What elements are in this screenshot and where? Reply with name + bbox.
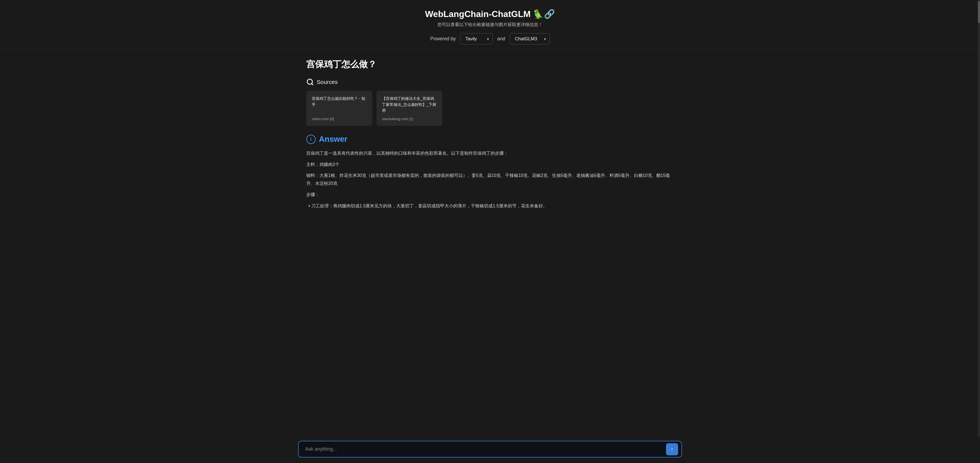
source-card-title-0: 宫保鸡丁怎么做比较好吃？ - 知乎 <box>312 96 367 108</box>
sources-header: Sources <box>306 78 674 86</box>
source-card-1[interactable]: 【宫保鸡丁的做法大全_宫保鸡丁家常做法_怎么做好吃】_下厨房 xiachufan… <box>377 91 442 126</box>
sources-cards: 宫保鸡丁怎么做比较好吃？ - 知乎 zhihu.com [0] 【宫保鸡丁的做法… <box>306 91 674 126</box>
main-content: 宫保鸡丁怎么做？ Sources 宫保鸡丁怎么做比较好吃？ - 知乎 zhihu… <box>298 50 682 250</box>
header: WebLangChain-ChatGLM 🦜🔗 您可以查看以下给出检索链接与图片… <box>0 0 980 50</box>
info-icon-text: i <box>310 137 312 142</box>
answer-section: i Answer 宫保鸡丁是一道具有代表性的川菜，以其独特的口味和丰富的色彩而著… <box>306 135 674 210</box>
scrollbar-thumb[interactable] <box>978 1 980 23</box>
source-card-title-1: 【宫保鸡丁的做法大全_宫保鸡丁家常做法_怎么做好吃】_下厨房 <box>382 96 437 113</box>
answer-header: i Answer <box>306 135 674 144</box>
scrollbar-track[interactable] <box>978 0 980 463</box>
llm-select[interactable]: ChatGLM3 ChatGLM2 GPT-4 <box>510 33 550 45</box>
app-subtitle: 您可以查看以下给出检索链接与图片获取更详细信息！ <box>5 22 975 28</box>
sources-section: Sources 宫保鸡丁怎么做比较好吃？ - 知乎 zhihu.com [0] … <box>306 78 674 126</box>
answer-list-item-0: 刀工处理：将鸡腿肉切成1.5厘米见方的块，大葱切丁，姜蒜切成指甲大小的薄片，干辣… <box>306 202 674 210</box>
ask-input[interactable] <box>298 441 682 458</box>
search-icon <box>306 78 314 86</box>
app-title: WebLangChain-ChatGLM 🦜🔗 <box>5 9 975 19</box>
input-wrapper: ↑ <box>298 441 682 458</box>
source-card-domain-0: zhihu.com [0] <box>312 117 367 121</box>
answer-paragraph-0: 宫保鸡丁是一道具有代表性的川菜，以其独特的口味和丰富的色彩而著名。以下是制作宫保… <box>306 150 674 158</box>
source-card-0[interactable]: 宫保鸡丁怎么做比较好吃？ - 知乎 zhihu.com [0] <box>306 91 372 126</box>
answer-body: 宫保鸡丁是一道具有代表性的川菜，以其独特的口味和丰富的色彩而著名。以下是制作宫保… <box>306 150 674 210</box>
search-provider-select[interactable]: Tavily Google Bing <box>460 33 493 45</box>
llm-select-wrapper[interactable]: ChatGLM3 ChatGLM2 GPT-4 ▾ <box>510 33 550 45</box>
answer-paragraph-1: 主料：鸡腿肉2个 <box>306 161 674 169</box>
powered-by-label: Powered by <box>430 36 456 42</box>
send-button[interactable]: ↑ <box>666 443 678 455</box>
question-text: 宫保鸡丁怎么做？ <box>306 59 674 70</box>
info-icon: i <box>306 135 316 144</box>
source-card-domain-1: xiachufang.com [1] <box>382 117 437 121</box>
search-provider-select-wrapper[interactable]: Tavily Google Bing ▾ <box>460 33 493 45</box>
svg-line-1 <box>312 83 313 85</box>
powered-by-row: Powered by Tavily Google Bing ▾ and Chat… <box>5 33 975 45</box>
answer-paragraph-2: 辅料：大葱1根、炸花生米30克（超市里或菜市场都有卖的，散装的袋装的都可以）、姜… <box>306 172 674 188</box>
answer-label: Answer <box>319 135 347 144</box>
sources-label: Sources <box>317 79 337 85</box>
send-icon: ↑ <box>671 446 673 452</box>
answer-paragraph-3: 步骤： <box>306 191 674 199</box>
input-area: ↑ <box>0 436 980 463</box>
and-label: and <box>497 36 505 42</box>
